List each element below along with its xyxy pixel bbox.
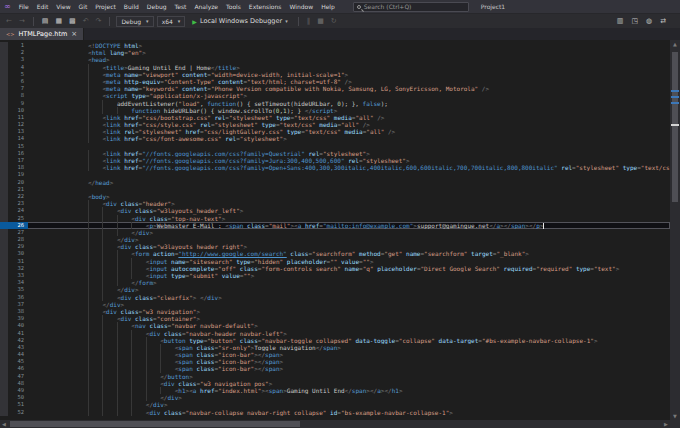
breakpoint-margin[interactable] [0,207,8,214]
menu-extensions[interactable]: Extensions [245,3,286,10]
line-number[interactable]: 20 [8,179,28,186]
break-all-icon[interactable]: ‖ [305,18,313,25]
line-number[interactable]: 52 [8,409,28,416]
fold-margin[interactable] [28,135,40,142]
breakpoint-margin[interactable] [0,380,8,387]
code-line-1[interactable]: 1<!DOCTYPE html> [0,42,670,49]
fold-margin[interactable] [28,207,40,214]
fold-margin[interactable] [28,373,40,380]
fold-margin[interactable] [28,128,40,135]
breakpoint-margin[interactable] [0,351,8,358]
code-line-23[interactable]: 23<div class="header"> [0,200,670,207]
breakpoint-margin[interactable] [0,308,8,315]
line-number[interactable]: 48 [8,380,28,387]
code-line-25[interactable]: 25<div class="top-nav-text"> [0,215,670,222]
line-number[interactable]: 29 [8,243,28,250]
breakpoint-margin[interactable] [0,222,8,229]
menu-analyze[interactable]: Analyze [190,3,222,10]
line-number[interactable]: 24 [8,207,28,214]
navigate-back-icon[interactable]: ← [4,18,14,25]
breakpoint-margin[interactable] [0,78,8,85]
fold-margin[interactable] [28,358,40,365]
breakpoint-margin[interactable] [0,179,8,186]
code-line-16[interactable]: 16<link href="//fonts.googleapis.com/css… [0,150,670,157]
line-number[interactable]: 43 [8,344,28,351]
menu-test[interactable]: Test [171,3,191,10]
code-line-36[interactable]: 36<div class="clearfix"> </div> [0,294,670,301]
code-line-34[interactable]: 34</form> [0,279,670,286]
line-number[interactable]: 2 [8,49,28,56]
breakpoint-margin[interactable] [0,279,8,286]
breakpoint-margin[interactable] [0,322,8,329]
code-line-45[interactable]: 45<span class="icon-bar"></span> [0,358,670,365]
line-number[interactable]: 27 [8,229,28,236]
fold-margin[interactable] [28,279,40,286]
breakpoint-margin[interactable] [0,107,8,114]
line-number[interactable]: 13 [8,128,28,135]
code-line-46[interactable]: 46<span class="icon-bar"></span> [0,365,670,372]
sync-icon[interactable]: ⇄ [658,18,668,25]
fold-margin[interactable] [28,250,40,257]
line-number[interactable]: 5 [8,71,28,78]
solution-configuration-dropdown[interactable]: Debug ▾ [116,16,153,27]
breakpoint-margin[interactable] [0,157,8,164]
code-line-27[interactable]: 27</div> [0,229,670,236]
fold-margin[interactable] [28,315,40,322]
line-number[interactable]: 11 [8,114,28,121]
menu-help[interactable]: Help [317,3,339,10]
tab-close-icon[interactable]: × [71,31,77,38]
fold-margin[interactable] [28,171,40,178]
fold-margin[interactable] [28,258,40,265]
breakpoint-margin[interactable] [0,100,8,107]
fold-margin[interactable] [28,351,40,358]
breakpoint-margin[interactable] [0,215,8,222]
code-line-8[interactable]: 8<script type="application/x-javascript"… [0,92,670,99]
menu-edit[interactable]: Edit [33,3,53,10]
solution-platform-dropdown[interactable]: x64 ▾ [157,16,186,27]
line-number[interactable]: 41 [8,330,28,337]
breakpoint-margin[interactable] [0,49,8,56]
fold-margin[interactable] [28,344,40,351]
code-line-15[interactable]: 15 [0,143,670,150]
breakpoint-margin[interactable] [0,121,8,128]
stop-debugging-icon[interactable]: ■ [315,18,326,25]
fold-margin[interactable] [28,56,40,63]
code-line-5[interactable]: 5<meta name="viewport" content="width=de… [0,71,670,78]
breakpoint-margin[interactable] [0,135,8,142]
breakpoint-margin[interactable] [0,330,8,337]
breakpoint-margin[interactable] [0,229,8,236]
breakpoint-margin[interactable] [0,114,8,121]
scroll-right-icon[interactable]: ▶ [662,420,670,428]
breakpoint-margin[interactable] [0,250,8,257]
line-number[interactable]: 14 [8,135,28,142]
menu-view[interactable]: View [52,3,74,10]
navigate-forward-icon[interactable]: → [17,18,27,25]
code-line-44[interactable]: 44<span class="icon-bar"></span> [0,351,670,358]
code-line-52[interactable]: 52<div class="navbar-collapse navbar-rig… [0,409,670,416]
fold-margin[interactable] [28,265,40,272]
line-number[interactable]: 34 [8,279,28,286]
line-number[interactable]: 50 [8,394,28,401]
line-number[interactable]: 36 [8,294,28,301]
code-line-10[interactable]: 10function hideURLbar() { window.scrollT… [0,107,670,114]
fold-margin[interactable] [28,330,40,337]
code-line-29[interactable]: 29<div class="w3layouts_header_right"> [0,243,670,250]
code-line-2[interactable]: 2<html lang="en"> [0,49,670,56]
fold-margin[interactable] [28,42,40,49]
breakpoint-margin[interactable] [0,200,8,207]
breakpoint-margin[interactable] [0,236,8,243]
code-line-39[interactable]: 39<div class="container"> [0,315,670,322]
breakpoint-margin[interactable] [0,401,8,408]
fold-margin[interactable] [28,222,40,229]
line-number[interactable]: 18 [8,164,28,171]
fold-margin[interactable] [28,71,40,78]
code-line-47[interactable]: 47</button> [0,373,670,380]
fold-margin[interactable] [28,64,40,71]
restart-icon[interactable]: ↻ [329,18,339,25]
breakpoint-margin[interactable] [0,193,8,200]
fold-margin[interactable] [28,121,40,128]
fold-margin[interactable] [28,286,40,293]
fold-margin[interactable] [28,294,40,301]
fold-margin[interactable] [28,236,40,243]
breakpoint-margin[interactable] [0,143,8,150]
